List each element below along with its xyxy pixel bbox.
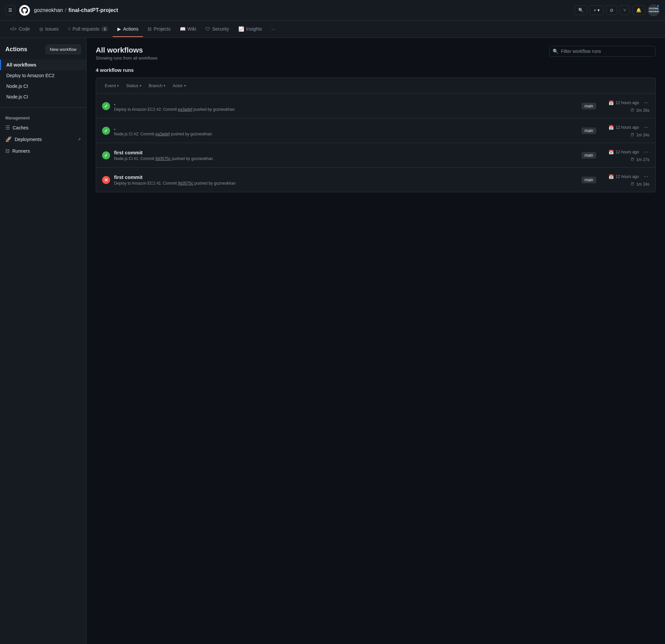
run-title: . bbox=[114, 125, 575, 131]
tab-pull-requests[interactable]: ⑂ Pull requests 1 bbox=[63, 22, 113, 37]
branch-filter-button[interactable]: Branch ▾ bbox=[146, 82, 168, 90]
repo-owner[interactable]: gozneokhan bbox=[34, 7, 63, 13]
run-row[interactable]: ✕ first commit Deploy to Amazon EC2 #1: … bbox=[96, 167, 656, 192]
status-success-icon: ✓ bbox=[102, 127, 110, 135]
branch-filter-chevron-icon: ▾ bbox=[164, 84, 165, 88]
nodejs-ci-2-label: Node.js CI bbox=[6, 94, 28, 99]
tab-insights[interactable]: 📈 Insights bbox=[234, 22, 267, 37]
run-more-button[interactable]: ··· bbox=[642, 173, 649, 180]
runs-table: ✓ . Deploy to Amazon EC2 #2: Commit ea3a… bbox=[96, 94, 656, 192]
run-more-button[interactable]: ··· bbox=[642, 148, 649, 156]
run-status: ✓ bbox=[102, 127, 110, 135]
fork-button[interactable]: ⑂ bbox=[620, 5, 630, 15]
actor-filter-button[interactable]: Actor ▾ bbox=[170, 82, 188, 90]
tab-pull-requests-label: Pull requests bbox=[73, 26, 99, 32]
run-description: Node.js CI #1: Commit 9d3575c pushed by … bbox=[114, 157, 575, 161]
run-branch-badge[interactable]: main bbox=[582, 152, 596, 159]
bell-icon: 🔔 bbox=[636, 8, 641, 13]
repo-name[interactable]: final-chatPT-project bbox=[69, 7, 118, 13]
run-description: Deploy to Amazon EC2 #2: Commit ea3adef … bbox=[114, 107, 575, 112]
clock-icon: ⏱ bbox=[630, 157, 634, 162]
fork-icon: ⑂ bbox=[624, 8, 626, 13]
run-duration-value: 2m 26s bbox=[636, 108, 649, 113]
caches-icon: ☰ bbox=[5, 124, 10, 131]
run-more-button[interactable]: ··· bbox=[642, 124, 649, 131]
run-meta: 📅 12 hours ago ··· ⏱ 1m 24s bbox=[603, 124, 649, 137]
github-logo bbox=[19, 5, 30, 16]
run-branch-badge[interactable]: main bbox=[582, 103, 596, 109]
commit-hash-link[interactable]: 9d3575c bbox=[155, 157, 171, 161]
clock-icon: ⏱ bbox=[630, 132, 634, 137]
tab-actions-label: Actions bbox=[123, 26, 138, 32]
commit-hash-link[interactable]: ea3adef bbox=[178, 107, 192, 112]
tab-issues-label: Issues bbox=[45, 26, 58, 32]
insights-icon: 📈 bbox=[239, 26, 244, 32]
calendar-icon: 📅 bbox=[608, 100, 614, 106]
run-meta: 📅 12 hours ago ··· ⏱ 1m 24s bbox=[603, 173, 649, 187]
sidebar-item-all-workflows[interactable]: All workflows bbox=[0, 59, 86, 70]
sidebar-item-caches[interactable]: ☰ Caches bbox=[0, 122, 86, 133]
event-filter-button[interactable]: Event ▾ bbox=[102, 82, 121, 90]
run-duration: ⏱ 2m 26s bbox=[603, 108, 649, 113]
avatar-notification-dot bbox=[657, 4, 660, 8]
run-row[interactable]: ✓ . Deploy to Amazon EC2 #2: Commit ea3a… bbox=[96, 94, 656, 118]
run-row[interactable]: ✓ . Node.js CI #2: Commit ea3adef pushed… bbox=[96, 118, 656, 143]
search-icon: 🔍 bbox=[578, 8, 584, 13]
tab-wiki[interactable]: 📖 Wiki bbox=[175, 22, 201, 37]
run-branch-badge[interactable]: main bbox=[582, 177, 596, 183]
filter-search-icon: 🔍 bbox=[553, 49, 558, 54]
runners-icon: ⊟ bbox=[5, 148, 10, 154]
tab-actions[interactable]: ▶ Actions bbox=[113, 22, 143, 37]
hamburger-icon: ☰ bbox=[8, 8, 12, 13]
sidebar-item-runners[interactable]: ⊟ Runners bbox=[0, 145, 86, 157]
run-status: ✓ bbox=[102, 151, 110, 159]
commit-hash-link[interactable]: 9d3575c bbox=[178, 181, 193, 186]
run-duration-value: 1m 24s bbox=[636, 133, 649, 137]
sidebar-item-deploy-ec2[interactable]: Deploy to Amazon EC2 bbox=[0, 70, 86, 81]
circle-button[interactable]: ⊙ bbox=[606, 5, 617, 15]
avatar-text: GOZNEOKHAN bbox=[649, 7, 658, 13]
avatar-button[interactable]: GOZNEOKHAN bbox=[648, 4, 660, 16]
tab-wiki-label: Wiki bbox=[188, 26, 196, 32]
hamburger-button[interactable]: ☰ bbox=[5, 5, 15, 15]
run-description: Node.js CI #2: Commit ea3adef pushed by … bbox=[114, 132, 575, 136]
tab-issues[interactable]: ◎ Issues bbox=[35, 22, 63, 37]
run-time-ago: 12 hours ago bbox=[616, 100, 639, 105]
search-button[interactable]: 🔍 bbox=[574, 5, 587, 15]
tab-code[interactable]: </> Code bbox=[5, 22, 35, 37]
status-filter-button[interactable]: Status ▾ bbox=[124, 82, 144, 90]
run-time: 📅 12 hours ago ··· bbox=[603, 124, 649, 131]
actor-filter-label: Actor bbox=[173, 83, 183, 88]
sidebar-item-nodejs-ci-1[interactable]: Node.js CI bbox=[0, 81, 86, 91]
run-branch-badge[interactable]: main bbox=[582, 127, 596, 134]
run-row[interactable]: ✓ first commit Node.js CI #1: Commit 9d3… bbox=[96, 143, 656, 167]
sidebar-divider bbox=[0, 107, 86, 108]
sidebar-item-deployments[interactable]: 🚀 Deployments ↗ bbox=[0, 133, 86, 145]
run-time-ago: 12 hours ago bbox=[616, 174, 639, 179]
filter-workflow-runs-input[interactable] bbox=[549, 46, 656, 57]
subnav: </> Code ◎ Issues ⑂ Pull requests 1 ▶ Ac… bbox=[0, 21, 665, 38]
clock-icon: ⏱ bbox=[630, 108, 634, 113]
new-workflow-button[interactable]: New workflow bbox=[45, 44, 81, 54]
runs-count: 4 workflow runs bbox=[96, 67, 656, 73]
bell-button[interactable]: 🔔 bbox=[632, 5, 645, 15]
tab-more[interactable]: ··· bbox=[267, 22, 280, 37]
external-link-icon: ↗ bbox=[77, 137, 81, 142]
run-duration: ⏱ 1m 27s bbox=[603, 157, 649, 162]
run-time: 📅 12 hours ago ··· bbox=[603, 99, 649, 107]
tab-projects[interactable]: ⊟ Projects bbox=[143, 22, 175, 37]
security-icon: 🛡 bbox=[206, 26, 210, 32]
run-info: first commit Node.js CI #1: Commit 9d357… bbox=[114, 150, 575, 161]
deployments-label: Deployments bbox=[15, 137, 42, 142]
sidebar-title: Actions bbox=[5, 46, 27, 53]
main-subtitle: Showing runs from all workflows bbox=[96, 56, 158, 60]
sidebar-item-nodejs-ci-2[interactable]: Node.js CI bbox=[0, 91, 86, 102]
run-more-button[interactable]: ··· bbox=[642, 99, 649, 107]
run-title: first commit bbox=[114, 174, 575, 180]
commit-hash-link[interactable]: ea3adef bbox=[155, 132, 170, 136]
run-title: first commit bbox=[114, 150, 575, 155]
status-success-icon: ✓ bbox=[102, 151, 110, 159]
tab-security[interactable]: 🛡 Security bbox=[201, 22, 234, 37]
create-button[interactable]: + ▾ bbox=[590, 5, 604, 15]
deploy-ec2-label: Deploy to Amazon EC2 bbox=[6, 73, 55, 78]
